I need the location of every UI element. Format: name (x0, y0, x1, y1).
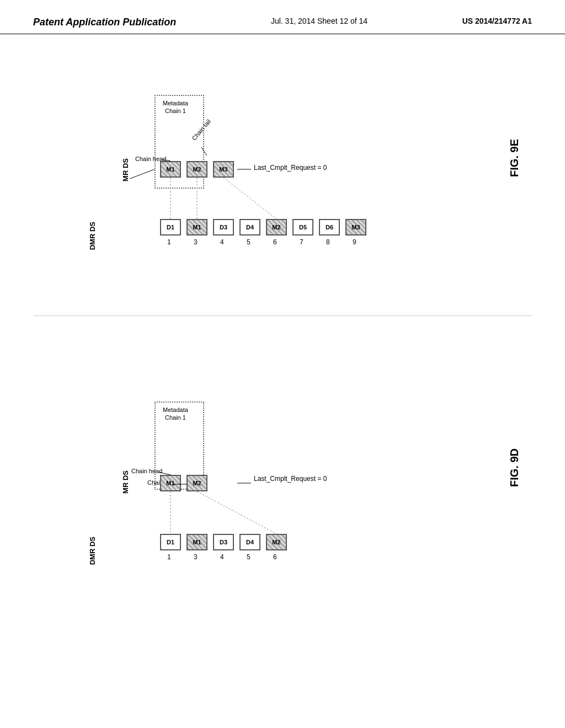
dmr-d3-block-9d: D3 (213, 534, 234, 550)
dmr-m2-block-9e: M2 (266, 219, 287, 235)
fig9d-label: FIG. 9D (508, 448, 521, 487)
dmr-d5-num-9e: 7 (300, 238, 303, 246)
mr-ds-label-9d: MR DS (121, 470, 130, 494)
main-content: FIG. 9E MR DS DMR DS MetadataChain 1 M1 … (0, 40, 565, 603)
dmr-d5-block-9e: D5 (292, 219, 313, 235)
patent-number: US 2014/214772 A1 (462, 17, 532, 25)
mr-m1-block-9d: M1 (160, 475, 181, 491)
page-header: Patent Application Publication Jul. 31, … (0, 0, 565, 34)
chain-head-label-9d: Chain head (131, 468, 162, 474)
dmr-m2-block-9d: M2 (266, 534, 287, 550)
dmr-m3-num-9e: 9 (353, 238, 356, 246)
mr-ds-label-9e: MR DS (121, 158, 130, 181)
fig9e-diagram: FIG. 9E MR DS DMR DS MetadataChain 1 M1 … (33, 51, 532, 282)
svg-line-5 (223, 178, 276, 219)
metadata-chain-label-9e: MetadataChain 1 (163, 99, 188, 115)
svg-line-11 (197, 491, 276, 534)
dmr-d1-num-9d: 1 (167, 553, 171, 561)
dmr-d4-num-9d: 5 (247, 553, 250, 561)
dmr-d4-num-9e: 5 (247, 238, 250, 246)
dmr-ds-label-9e: DMR DS (88, 222, 97, 250)
dmr-d1-block-9d: D1 (160, 534, 181, 550)
dmr-d1-num-9e: 1 (167, 238, 171, 246)
mr-m2-block-9d: M2 (186, 475, 207, 491)
chain-head-label-9e: Chain head (135, 156, 166, 162)
dmr-m1-num-9e: 3 (194, 238, 198, 246)
dmr-m2-num-9e: 6 (273, 238, 277, 246)
dmr-d3-block-9e: D3 (213, 219, 234, 235)
svg-line-6 (130, 169, 154, 179)
dmr-d4-block-9d: D4 (239, 534, 260, 550)
fig9e-label: FIG. 9E (508, 139, 521, 177)
dmr-d6-num-9e: 8 (326, 238, 330, 246)
dmr-d6-block-9e: D6 (319, 219, 340, 235)
last-cmplt-label-9e: Last_Cmplt_Request = 0 (254, 164, 327, 172)
dmr-m1-block-9e: M1 (186, 219, 207, 235)
dmr-m2-num-9d: 6 (273, 553, 277, 561)
metadata-chain-label-9d: MetadataChain 1 (163, 406, 188, 422)
fig9d-diagram: FIG. 9D MR DS DMR DS MetadataChain 1 Cha… (33, 338, 532, 570)
mr-m3-block-9e: M3 (213, 161, 234, 178)
sheet-info: Jul. 31, 2014 Sheet 12 of 14 (271, 17, 367, 25)
mr-m2-block-9e: M2 (186, 161, 207, 178)
dmr-d1-block-9e: D1 (160, 219, 181, 235)
mr-m1-block-9e: M1 (160, 161, 181, 178)
dmr-d3-num-9e: 4 (220, 238, 224, 246)
dmr-m1-num-9d: 3 (194, 553, 198, 561)
dmr-d4-block-9e: D4 (239, 219, 260, 235)
dmr-d3-num-9d: 4 (220, 553, 224, 561)
dmr-ds-label-9d: DMR DS (88, 537, 97, 565)
last-cmplt-label-9d: Last_Cmplt_Request = 0 (254, 475, 327, 483)
dmr-m1-block-9d: M1 (186, 534, 207, 550)
dmr-m3-block-9e: M3 (345, 219, 366, 235)
publication-label: Patent Application Publication (33, 17, 176, 28)
